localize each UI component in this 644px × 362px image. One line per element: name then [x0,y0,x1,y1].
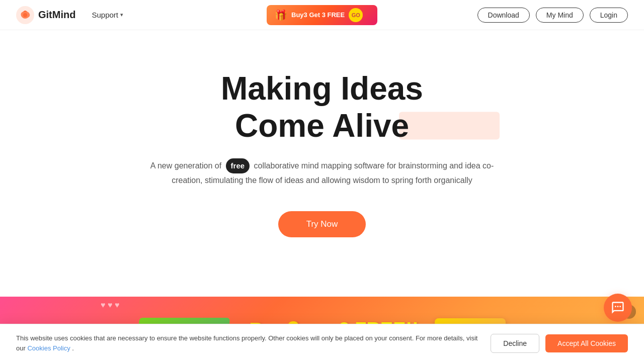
my-mind-button[interactable]: My Mind [536,8,584,23]
hero-subtitle: A new generation of free collaborative m… [141,158,503,187]
hero-content: Making Ideas Come Alive A new generation… [0,30,644,237]
cookies-policy-link[interactable]: Cookies Policy [27,344,70,352]
hero-section: Making Ideas Come Alive A new generation… [0,30,644,237]
nav-right: Download My Mind Login [477,8,628,23]
download-button[interactable]: Download [477,8,530,23]
support-label: Support [92,11,118,19]
logo[interactable]: GitMind [16,6,75,24]
svg-point-3 [617,306,619,307]
cookie-message: This website uses cookies that are neces… [16,333,478,353]
chevron-down-icon: ▾ [120,12,123,18]
login-button[interactable]: Login [590,8,628,23]
subtitle-before: A new generation of [150,161,221,170]
decline-button[interactable]: Decline [491,334,539,353]
cookie-banner: This website uses cookies that are neces… [0,324,644,362]
svg-point-1 [23,13,27,17]
svg-point-4 [619,306,621,307]
navbar: GitMind Support ▾ 🎁 Buy3 Get 3 FREE GO D… [0,0,644,30]
free-badge: free [226,158,250,173]
promo-go-badge: GO [349,8,363,22]
chat-icon [611,301,625,315]
promo-banner-button[interactable]: 🎁 Buy3 Get 3 FREE GO [267,5,377,25]
try-now-button[interactable]: Try Now [278,211,366,237]
chat-widget-button[interactable] [604,294,632,322]
svg-point-2 [615,306,616,307]
hearts-decor: ♥ ♥ ♥ [101,301,119,310]
promo-gift-icon: 🎁 [275,9,287,21]
accept-cookies-button[interactable]: Accept All Cookies [545,334,628,352]
nav-left: GitMind Support ▾ [16,6,123,24]
logo-icon [16,6,34,24]
cookie-actions: Decline Accept All Cookies [491,334,628,353]
promo-text: Buy3 Get 3 FREE [291,11,345,19]
hero-title: Making Ideas Come Alive [221,70,423,144]
hero-title-line2: Come Alive [235,108,409,145]
logo-text: GitMind [38,9,75,21]
hero-title-line1: Making Ideas [221,70,423,107]
nav-promo-banner: 🎁 Buy3 Get 3 FREE GO [267,5,377,25]
support-menu[interactable]: Support ▾ [92,11,123,19]
